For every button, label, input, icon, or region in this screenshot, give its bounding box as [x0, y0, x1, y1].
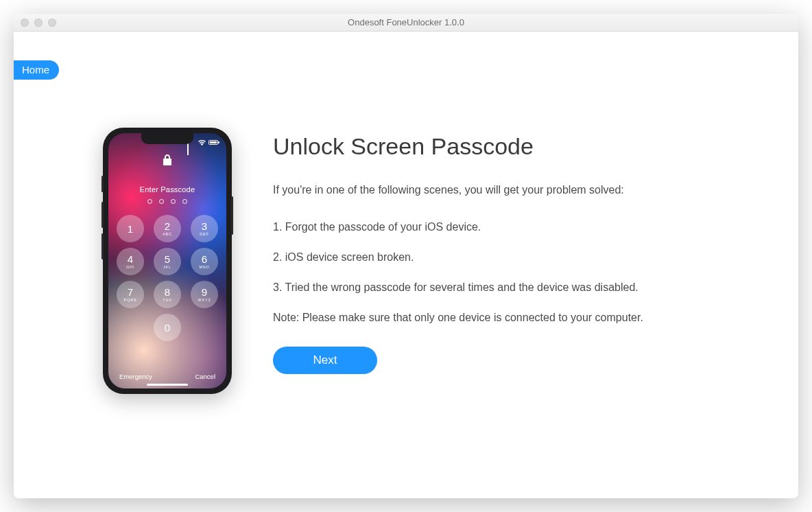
phone-power-button [231, 196, 233, 235]
battery-icon [208, 140, 218, 145]
intro-text: If you're in one of the following scenes… [273, 182, 726, 198]
scenario-2: 2. iOS device screen broken. [273, 249, 726, 266]
note-text: Note: Please make sure that only one dev… [273, 310, 726, 326]
traffic-lights [21, 19, 56, 27]
home-indicator [147, 384, 188, 386]
key-4: 4GHI [117, 248, 144, 275]
iphone-mockup: Enter Passcode 1 2ABC 3DEF 4GHI 5JKL 6MN… [103, 128, 232, 394]
key-9: 9WXYZ [191, 281, 218, 308]
scenario-1: 1. Forgot the passcode of your iOS devic… [273, 219, 726, 235]
text-column: Unlock Screen Passcode If you're in one … [273, 128, 726, 374]
phone-screen: Enter Passcode 1 2ABC 3DEF 4GHI 5JKL 6MN… [108, 133, 226, 388]
close-window-button[interactable] [21, 19, 29, 27]
passcode-dots [147, 199, 187, 204]
emergency-label: Emergency [119, 373, 152, 380]
key-2: 2ABC [154, 215, 181, 242]
enter-passcode-label: Enter Passcode [140, 185, 195, 194]
app-window: Ondesoft FoneUnlocker 1.0.0 Home [14, 14, 798, 498]
titlebar: Ondesoft FoneUnlocker 1.0.0 [14, 14, 798, 32]
key-6: 6MNO [191, 248, 218, 275]
key-8: 8TUV [154, 281, 181, 308]
phone-silent-switch [102, 176, 104, 192]
cancel-label: Cancel [195, 373, 215, 380]
key-3: 3DEF [191, 215, 218, 242]
home-button[interactable]: Home [14, 60, 59, 80]
next-button[interactable]: Next [273, 347, 377, 374]
keypad: 1 2ABC 3DEF 4GHI 5JKL 6MNO 7PQRS 8TUV 9W… [117, 215, 218, 341]
key-0: 0 [154, 314, 181, 341]
phone-notch [141, 133, 193, 144]
lock-icon [163, 154, 172, 169]
key-5: 5JKL [154, 248, 181, 275]
phone-volume-down [102, 233, 104, 259]
window-title: Ondesoft FoneUnlocker 1.0.0 [14, 17, 798, 27]
content-area: Home [14, 32, 798, 498]
wifi-icon [198, 136, 206, 148]
minimize-window-button[interactable] [34, 19, 43, 27]
page-heading: Unlock Screen Passcode [273, 133, 726, 160]
key-1: 1 [117, 215, 144, 242]
phone-volume-up [102, 202, 104, 228]
key-7: 7PQRS [117, 281, 144, 308]
zoom-window-button[interactable] [48, 19, 56, 27]
scenario-3: 3. Tried the wrong passcode for several … [273, 279, 726, 296]
